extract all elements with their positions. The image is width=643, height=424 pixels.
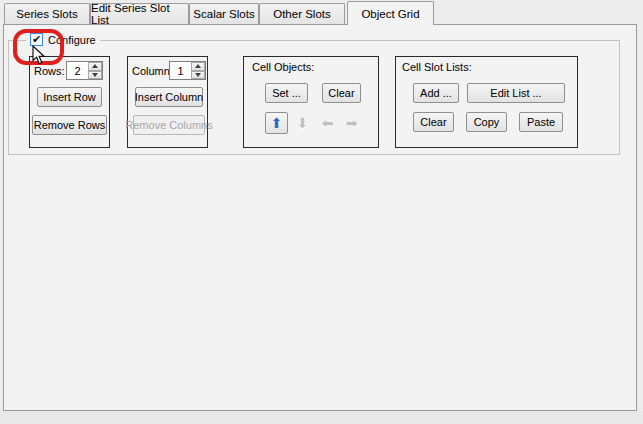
window-background: [0, 411, 643, 424]
button-label: Clear: [420, 116, 446, 128]
move-left-button[interactable]: ⬅: [317, 113, 338, 133]
configure-groupbox-title: ✔ Configure: [26, 32, 100, 47]
spin-down-icon: [195, 73, 201, 77]
arrow-up-icon: ⬆: [271, 115, 283, 131]
tab-series-slots[interactable]: Series Slots: [4, 3, 90, 24]
rows-spin-down-button[interactable]: [88, 71, 102, 80]
cell-slot-lists-paste-button[interactable]: Paste: [519, 112, 563, 132]
remove-rows-button[interactable]: Remove Rows: [32, 115, 107, 135]
cell-slot-lists-copy-button[interactable]: Copy: [466, 112, 507, 132]
move-down-button[interactable]: ⬇: [292, 113, 313, 133]
checkmark-icon: ✔: [32, 34, 41, 45]
button-label: Remove Rows: [34, 119, 106, 131]
cell-objects-title: Cell Objects:: [252, 61, 314, 73]
rows-spinbox-value: 2: [67, 62, 88, 79]
button-label: Insert Row: [43, 91, 96, 103]
tab-label: Scalar Slots: [193, 8, 254, 20]
button-label: Set ...: [272, 87, 301, 99]
spin-down-icon: [92, 73, 98, 77]
tab-label: Edit Series Slot List: [91, 2, 188, 26]
arrow-left-icon: ⬅: [322, 115, 334, 131]
tab-object-grid[interactable]: Object Grid: [347, 1, 434, 25]
button-label: Copy: [474, 116, 500, 128]
button-label: Insert Column: [135, 91, 203, 103]
tab-label: Series Slots: [16, 8, 77, 20]
rows-label: Rows:: [34, 65, 65, 77]
button-label: Edit List ...: [490, 87, 541, 99]
object-grid-dialog: Series Slots Edit Series Slot List Scala…: [0, 0, 643, 424]
insert-row-button[interactable]: Insert Row: [37, 87, 102, 107]
cell-objects-clear-button[interactable]: Clear: [322, 83, 361, 103]
button-label: Paste: [527, 116, 555, 128]
tab-label: Object Grid: [361, 8, 419, 20]
tab-scalar-slots[interactable]: Scalar Slots: [189, 3, 259, 24]
columns-spin-up-button[interactable]: [191, 62, 205, 71]
cell-slot-lists-add-button[interactable]: Add ...: [413, 83, 459, 103]
columns-spin-down-button[interactable]: [191, 71, 205, 80]
tab-other-slots[interactable]: Other Slots: [259, 3, 345, 24]
button-label: Add ...: [420, 87, 452, 99]
rows-spinbox[interactable]: 2: [66, 61, 103, 80]
remove-columns-button[interactable]: Remove Columns: [133, 115, 205, 135]
button-label: Clear: [328, 87, 354, 99]
move-right-button[interactable]: ➡: [341, 113, 362, 133]
tab-edit-series-slot-list[interactable]: Edit Series Slot List: [90, 3, 189, 24]
cell-slot-lists-title: Cell Slot Lists:: [402, 61, 472, 73]
tab-label: Other Slots: [273, 8, 331, 20]
rows-spin-up-button[interactable]: [88, 62, 102, 71]
spin-up-icon: [195, 64, 201, 68]
cell-objects-set-button[interactable]: Set ...: [265, 83, 308, 103]
cell-slot-lists-clear-button[interactable]: Clear: [413, 112, 454, 132]
arrow-down-icon: ⬇: [297, 115, 309, 131]
configure-label: Configure: [48, 34, 96, 46]
insert-column-button[interactable]: Insert Column: [135, 87, 203, 107]
button-label: Remove Columns: [125, 119, 212, 131]
configure-checkbox[interactable]: ✔: [30, 33, 43, 46]
spin-up-icon: [92, 64, 98, 68]
cell-slot-lists-edit-list-button[interactable]: Edit List ...: [467, 83, 565, 103]
columns-spinbox-value: 1: [170, 62, 191, 79]
arrow-right-icon: ➡: [346, 115, 358, 131]
move-up-button[interactable]: ⬆: [265, 112, 288, 134]
columns-spinbox[interactable]: 1: [169, 61, 206, 80]
